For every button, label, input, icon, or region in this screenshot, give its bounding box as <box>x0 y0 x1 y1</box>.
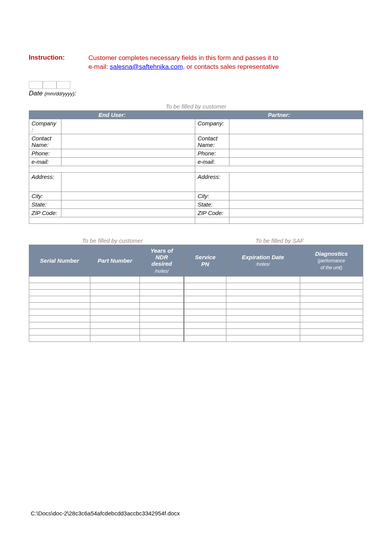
label-phone-p: Phone: <box>195 149 229 157</box>
value-address-p[interactable] <box>229 172 363 192</box>
note-customer-1: To be filled by customer <box>29 103 363 110</box>
table-row <box>29 277 363 283</box>
value-zip-eu[interactable] <box>61 208 195 217</box>
value-phone-eu[interactable] <box>61 149 195 157</box>
instruction-line2-prefix: e-mail: <box>88 63 110 70</box>
note-customer-2: To be filled by customer <box>29 237 196 244</box>
hdr-years: Years of NDR desired /notes/ <box>140 245 184 277</box>
label-email-p: e-mail: <box>195 157 229 166</box>
table-row <box>29 283 363 290</box>
label-city-p: City: <box>195 192 229 200</box>
footer-path: C:\Docs\doc-2\28c3c6a54afcdebcdd3accbc33… <box>31 510 180 517</box>
table-row <box>29 316 363 322</box>
end-user-header: End User: <box>29 110 195 119</box>
second-notes-row: To be filled by customer To be filled by… <box>29 237 363 244</box>
table-row <box>29 296 363 303</box>
table-row <box>29 335 363 342</box>
label-state-eu: State: <box>29 200 61 208</box>
label-zip-p: ZIP Code: <box>195 208 229 217</box>
table-row <box>29 290 363 296</box>
spacer-eu-2 <box>29 217 195 223</box>
label-address-eu: Address: <box>29 172 61 192</box>
spacer-eu-1 <box>29 166 195 172</box>
date-label: Date (mm/dd/yyyy): <box>29 90 363 97</box>
spacer-p-2a <box>195 217 229 223</box>
instruction-email-link[interactable]: salesna@saftehnika.com <box>110 63 183 70</box>
label-company-eu: Company : <box>29 119 61 134</box>
value-state-p[interactable] <box>229 200 363 208</box>
instruction-line1: Customer completes necessary fields in t… <box>88 54 278 62</box>
label-contact-eu: Contact Name: <box>29 134 61 149</box>
date-year-input[interactable] <box>56 81 70 89</box>
table-row <box>29 322 363 329</box>
label-address-p: Address: <box>195 172 229 192</box>
value-contact-eu[interactable] <box>61 134 195 149</box>
value-city-p[interactable] <box>229 192 363 200</box>
note-saf: To be filled by SAF <box>196 237 363 244</box>
value-email-eu[interactable] <box>61 157 195 166</box>
hdr-diagnostics: Diagnostics (performance of the unit) <box>300 245 363 277</box>
date-day-input[interactable] <box>43 81 56 89</box>
contact-table: End User: Partner: Company : Company: Co… <box>29 110 363 224</box>
label-zip-eu: ZIP Code: <box>29 208 61 217</box>
table-row <box>29 309 363 316</box>
instruction-label: Instruction: <box>29 54 88 72</box>
hdr-serial: Serial Number <box>29 245 90 277</box>
instruction-row: Instruction: Customer completes necessar… <box>29 54 363 72</box>
label-contact-p: Contact Name: <box>195 134 229 149</box>
instruction-text: Customer completes necessary fields in t… <box>88 54 279 72</box>
spacer-p-1 <box>195 166 363 172</box>
spacer-p-2b <box>229 217 363 223</box>
value-zip-p[interactable] <box>229 208 363 217</box>
label-city-eu: City: <box>29 192 61 200</box>
hdr-part: Part Number <box>90 245 140 277</box>
label-company-p: Company: <box>195 119 229 134</box>
table-row <box>29 329 363 335</box>
value-email-p[interactable] <box>229 157 363 166</box>
value-company-eu[interactable] <box>61 119 195 134</box>
date-month-input[interactable] <box>29 81 43 89</box>
label-email-eu: e-mail: <box>29 157 61 166</box>
items-table: Serial Number Part Number Years of NDR d… <box>29 245 363 342</box>
value-company-p[interactable] <box>229 119 363 134</box>
date-input-group <box>29 81 363 89</box>
hdr-expiration: Expiration Date /notes/ <box>226 245 300 277</box>
partner-header: Partner: <box>195 110 363 119</box>
value-state-eu[interactable] <box>61 200 195 208</box>
hdr-service: Service PN <box>184 245 226 277</box>
value-phone-p[interactable] <box>229 149 363 157</box>
value-address-eu[interactable] <box>61 172 195 192</box>
instruction-line2-suffix: , or contacts sales representative <box>183 63 279 70</box>
value-city-eu[interactable] <box>61 192 195 200</box>
table-row <box>29 303 363 309</box>
label-state-p: State: <box>195 200 229 208</box>
label-phone-eu: Phone: <box>29 149 61 157</box>
value-contact-p[interactable] <box>229 134 363 149</box>
